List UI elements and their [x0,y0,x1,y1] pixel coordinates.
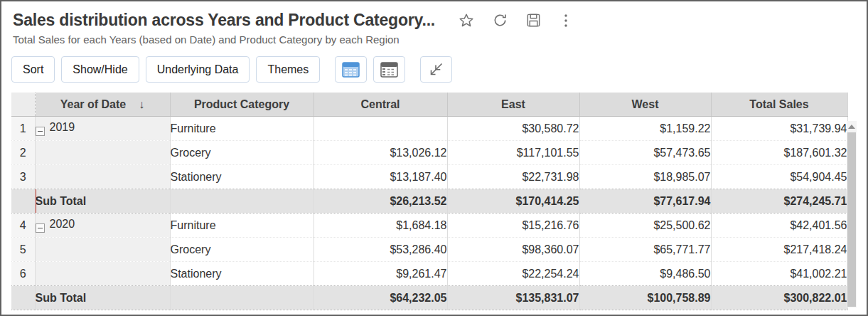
table-row: 3Stationery$13,187.40$22,731.98$18,985.0… [11,165,847,189]
subtotal-value-west: $100,758.89 [579,286,711,310]
value-cell-total[interactable]: $217,418.24 [711,238,847,262]
product-category-cell[interactable]: Furniture [170,214,314,238]
year-label: 2020 [50,218,75,230]
row-number-cell [11,189,35,214]
value-cell-total[interactable]: $41,002.21 [711,262,847,286]
value-cell-total[interactable]: $187,601.32 [711,141,847,165]
value-cell-total[interactable]: $42,401.56 [711,214,847,238]
row-number-cell: 1 [11,117,35,141]
subtotal-label-cell: Sub Total [35,286,170,310]
product-category-cell[interactable]: Grocery [170,141,314,165]
pivot-view-icon[interactable] [373,56,405,83]
title-bar: Sales distribution across Years and Prod… [13,11,855,30]
collapse-group-minus-icon[interactable] [36,127,45,136]
value-cell-east[interactable]: $117,101.55 [447,141,579,165]
collapse-icon[interactable] [420,56,452,83]
year-cell [35,141,170,165]
value-cell-east[interactable]: $22,254.24 [447,262,579,286]
collapse-group-minus-icon[interactable] [36,223,45,233]
row-number-cell: 4 [11,214,35,238]
sort-button[interactable]: Sort [11,56,55,83]
subtotal-value-central: $64,232.05 [314,286,447,310]
table-row: 12019Furniture$30,580.72$1,159.22$31,739… [11,117,847,141]
row-number-cell: 5 [11,238,35,262]
vertical-scrollbar[interactable] [847,121,857,307]
product-category-cell[interactable]: Stationery [170,165,314,189]
value-cell-west[interactable]: $57,473.65 [579,141,711,165]
value-cell-central[interactable]: $53,286.40 [314,238,447,262]
column-header-year-of-date[interactable]: Year of Date↓ [35,93,170,117]
subtotal-row: Sub Total$26,213.52$170,414.25$77,617.94… [11,189,847,214]
value-cell-west[interactable]: $18,985.07 [579,165,711,189]
subtotal-label-cell: Sub Total [35,189,170,214]
value-cell-east[interactable]: $98,360.07 [447,238,579,262]
subtotal-value-west: $77,617.94 [579,189,711,214]
subtotal-value-east: $170,414.25 [447,189,579,214]
table-row: 2Grocery$13,026.12$117,101.55$57,473.65$… [11,141,847,165]
table-row: 5Grocery$53,286.40$98,360.07$65,771.77$2… [11,238,847,262]
subtotal-value-total: $274,245.71 [711,189,847,214]
scrollbar-thumb[interactable] [847,132,856,307]
value-cell-total[interactable]: $31,739.94 [711,117,847,141]
row-number-cell: 6 [11,262,35,286]
product-category-cell[interactable]: Grocery [170,238,314,262]
value-cell-central[interactable]: $13,026.12 [314,141,447,165]
value-cell-west[interactable]: $25,500.62 [579,214,711,238]
column-header-product-category[interactable]: Product Category [170,93,314,117]
column-header-east[interactable]: East [447,93,579,117]
value-cell-total[interactable]: $54,904.45 [711,165,847,189]
refresh-icon[interactable] [492,12,508,28]
scroll-up-arrow-icon[interactable] [847,121,857,132]
year-label: 2019 [50,121,75,133]
collapse-group [420,56,452,83]
year-cell[interactable]: 2020 [35,214,170,238]
value-cell-central[interactable]: $1,684.18 [314,214,447,238]
year-cell[interactable]: 2019 [35,117,170,141]
underlying-data-button[interactable]: Underlying Data [146,56,250,83]
value-cell-east[interactable]: $30,580.72 [447,117,579,141]
header-row: Year of Date↓ Product Category Central E… [11,93,847,117]
table-row: 6Stationery$9,261.47$22,254.24$9,486.50$… [11,262,847,286]
toolbar: Sort Show/Hide Underlying Data Themes [11,56,867,83]
pivot-body: 12019Furniture$30,580.72$1,159.22$31,739… [11,117,847,310]
report-subtitle: Total Sales for each Years (based on Dat… [13,33,855,46]
value-cell-central[interactable]: $9,261.47 [314,262,447,286]
column-header-rownum [11,93,35,117]
view-toggle-group [335,56,405,83]
value-cell-west[interactable]: $65,771.77 [579,238,711,262]
show-hide-button[interactable]: Show/Hide [61,56,139,83]
highlight-box [35,189,170,214]
pivot-table: Year of Date↓ Product Category Central E… [11,93,848,310]
column-header-central[interactable]: Central [314,93,447,117]
subtotal-row: Sub Total$64,232.05$135,831.07$100,758.8… [11,286,847,310]
column-header-total-sales[interactable]: Total Sales [711,93,847,117]
favorite-star-icon[interactable] [458,12,475,29]
product-category-cell[interactable]: Furniture [170,117,314,141]
row-number-cell: 2 [11,141,35,165]
value-cell-central[interactable]: $13,187.40 [314,165,447,189]
row-number-cell [11,286,35,310]
report-window: Sales distribution across Years and Prod… [0,0,868,316]
more-options-kebab-icon[interactable] [559,13,573,28]
year-cell [35,262,170,286]
subtotal-value-central: $26,213.52 [314,189,447,214]
value-cell-west[interactable]: $9,486.50 [579,262,711,286]
value-cell-central[interactable] [314,117,447,141]
value-cell-east[interactable]: $15,216.76 [447,214,579,238]
subtotal-category-cell [170,286,314,310]
table-row: 42020Furniture$1,684.18$15,216.76$25,500… [11,214,847,238]
title-actions [458,12,573,29]
subtotal-value-total: $300,822.01 [711,286,847,310]
table-view-icon[interactable] [335,56,367,83]
product-category-cell[interactable]: Stationery [170,262,314,286]
save-icon[interactable] [525,12,542,28]
value-cell-east[interactable]: $22,731.98 [447,165,579,189]
year-cell [35,165,170,189]
themes-button[interactable]: Themes [256,56,320,83]
sort-descending-icon[interactable]: ↓ [139,98,144,110]
column-header-west[interactable]: West [579,93,711,117]
row-number-cell: 3 [11,165,35,189]
subtotal-category-cell [170,189,314,214]
value-cell-west[interactable]: $1,159.22 [579,117,711,141]
subtotal-value-east: $135,831.07 [447,286,579,310]
